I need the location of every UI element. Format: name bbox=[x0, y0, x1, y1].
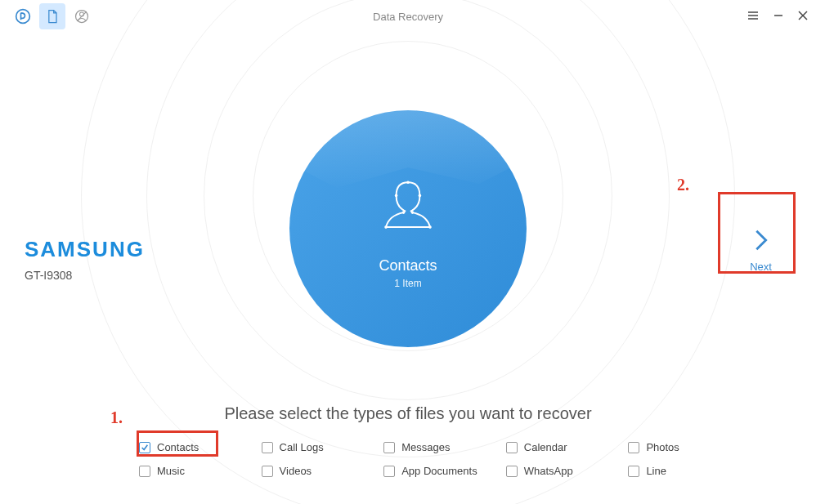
file-type-contacts[interactable]: Contacts bbox=[139, 441, 262, 453]
data-recovery-tool-button[interactable] bbox=[39, 3, 65, 29]
checkbox-icon bbox=[628, 466, 639, 477]
file-type-label: Photos bbox=[646, 441, 679, 453]
device-info: SAMSUNG GT-I9308 bbox=[25, 237, 145, 282]
next-button[interactable]: Next bbox=[730, 216, 791, 282]
file-type-row: Contacts Call Logs Messages Calendar Pho… bbox=[139, 441, 751, 453]
file-type-label: Videos bbox=[280, 465, 312, 477]
file-type-line[interactable]: Line bbox=[628, 465, 751, 477]
file-type-videos[interactable]: Videos bbox=[262, 465, 384, 477]
file-type-photos[interactable]: Photos bbox=[628, 441, 751, 453]
next-area: Next bbox=[730, 216, 791, 282]
minimize-icon bbox=[773, 11, 783, 20]
file-type-row: Music Videos App Documents WhatsApp Line bbox=[139, 465, 751, 477]
file-type-label: WhatsApp bbox=[524, 465, 573, 477]
file-type-grid: Contacts Call Logs Messages Calendar Pho… bbox=[139, 441, 751, 488]
svg-point-15 bbox=[384, 225, 388, 229]
checkbox-icon bbox=[262, 442, 273, 453]
file-type-calendar[interactable]: Calendar bbox=[506, 441, 629, 453]
minimize-button[interactable] bbox=[773, 10, 783, 23]
file-type-call-logs[interactable]: Call Logs bbox=[262, 441, 384, 453]
selection-category: Contacts bbox=[379, 257, 437, 274]
menu-button[interactable] bbox=[747, 10, 759, 24]
checkbox-icon bbox=[139, 466, 150, 477]
file-type-label: Call Logs bbox=[280, 441, 324, 453]
app-logo-icon bbox=[15, 8, 31, 25]
close-icon bbox=[798, 11, 808, 20]
svg-point-0 bbox=[16, 10, 30, 24]
document-icon bbox=[44, 8, 61, 25]
file-type-label: Messages bbox=[401, 441, 450, 453]
device-brand: SAMSUNG bbox=[25, 237, 145, 262]
svg-point-12 bbox=[419, 194, 422, 197]
device-model: GT-I9308 bbox=[25, 269, 145, 282]
svg-point-14 bbox=[411, 211, 415, 214]
checkbox-icon bbox=[383, 466, 395, 477]
instruction-text: Please select the types of files you wan… bbox=[224, 404, 591, 423]
checkbox-icon bbox=[506, 466, 518, 477]
no-person-icon bbox=[74, 8, 90, 25]
window-controls bbox=[747, 10, 808, 24]
checkbox-icon bbox=[383, 442, 395, 453]
chevron-right-icon bbox=[747, 226, 775, 254]
file-type-app-documents[interactable]: App Documents bbox=[383, 465, 506, 477]
main-area: SAMSUNG GT-I9308 Contacts 1 Item 2. Next… bbox=[0, 33, 816, 504]
user-tool-button[interactable] bbox=[69, 3, 95, 29]
selection-preview-circle: Contacts 1 Item bbox=[289, 110, 527, 347]
checkbox-icon bbox=[262, 466, 273, 477]
file-type-music[interactable]: Music bbox=[139, 465, 262, 477]
toolbar-left bbox=[10, 3, 95, 29]
file-type-messages[interactable]: Messages bbox=[383, 441, 506, 453]
contacts-icon bbox=[371, 169, 445, 246]
file-type-label: Calendar bbox=[524, 441, 567, 453]
svg-point-10 bbox=[406, 181, 410, 184]
home-tool-button[interactable] bbox=[10, 3, 36, 29]
annotation-1: 1. bbox=[110, 408, 123, 427]
checkbox-icon bbox=[506, 442, 518, 453]
next-label: Next bbox=[750, 261, 772, 273]
svg-point-11 bbox=[395, 194, 398, 197]
close-button[interactable] bbox=[798, 10, 808, 23]
hamburger-icon bbox=[747, 10, 759, 21]
svg-point-13 bbox=[402, 211, 406, 214]
file-type-label: Contacts bbox=[157, 441, 199, 453]
checkbox-icon bbox=[139, 442, 150, 453]
file-type-label: Line bbox=[646, 465, 666, 477]
svg-point-16 bbox=[428, 225, 432, 229]
checkbox-icon bbox=[628, 442, 639, 453]
file-type-label: App Documents bbox=[401, 465, 477, 477]
annotation-2: 2. bbox=[677, 176, 689, 194]
selection-count: 1 Item bbox=[394, 278, 421, 289]
file-type-label: Music bbox=[157, 465, 185, 477]
file-type-whatsapp[interactable]: WhatsApp bbox=[506, 465, 629, 477]
